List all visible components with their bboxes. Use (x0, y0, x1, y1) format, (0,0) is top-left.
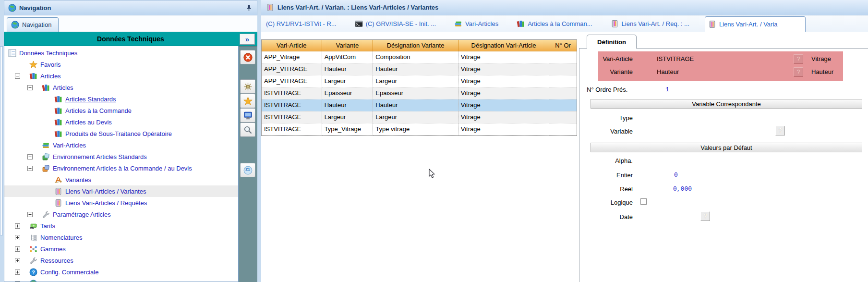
tab-definition[interactable]: Définition (587, 35, 637, 49)
table-cell[interactable]: Hauteur (373, 63, 458, 75)
tab-navigation[interactable]: Navigation (7, 17, 59, 32)
tree-item-environnement-articles-standards[interactable]: Environnement Articles Standards (4, 151, 238, 162)
ordre-value[interactable]: 1 (665, 86, 669, 93)
table-cell[interactable]: Largeur (373, 111, 458, 123)
expand-icon[interactable] (15, 270, 20, 275)
tab-liens-vari-art-req[interactable]: Liens Vari-Art. / Req. : ... (608, 16, 692, 31)
tree-item-produits-de-sous-traitance-op-ratoire[interactable]: Produits de Sous-Traitance Opératoire (4, 128, 238, 139)
close-panel-button[interactable] (240, 50, 255, 64)
tree-item-tarifs[interactable]: Tarifs (4, 220, 238, 232)
column-header-d-signation-vari-article[interactable]: Désignation Vari-Article (458, 40, 549, 51)
table-cell[interactable]: APP_VITRAGE (262, 63, 322, 75)
table-cell[interactable] (549, 87, 577, 99)
tree-item-liens-vari-articles-variantes[interactable]: Liens Vari-Articles / Variantes (4, 185, 238, 197)
table-cell[interactable]: ISTVITRAGE (262, 123, 322, 135)
column-header-vari-article[interactable]: Vari-Article (262, 40, 322, 51)
table-row[interactable]: ISTVITRAGEType_VitrageType vitrageVitrag… (262, 123, 577, 135)
table-cell[interactable]: Hauteur (373, 99, 458, 111)
table-cell[interactable]: Epaisseur (373, 87, 458, 99)
table-cell[interactable]: Type vitrage (373, 123, 458, 135)
table-cell[interactable]: ISTVITRAGE (262, 111, 322, 123)
collapse-icon[interactable] (27, 166, 33, 171)
table-cell[interactable]: Vitrage (458, 51, 549, 63)
table-cell[interactable]: APP_Vitrage (262, 51, 322, 63)
expand-icon[interactable] (15, 246, 20, 252)
tree-item-articles[interactable]: Articles (4, 70, 238, 82)
table-row[interactable]: ISTVITRAGELargeurLargeurVitrage (262, 111, 577, 123)
table-row[interactable]: APP_VITRAGEHauteurHauteurVitrage (262, 63, 577, 75)
expand-icon[interactable] (15, 223, 20, 229)
table-cell[interactable] (549, 75, 577, 87)
collapse-icon[interactable] (27, 85, 33, 90)
tab-c-rv1-rv1-istvit-r[interactable]: (C) RV1/RV1-ISTVit - R... (263, 16, 339, 31)
tree-item-liens-vari-articles-requ-tes[interactable]: Liens Vari-Articles / Requêtes (4, 197, 238, 208)
tree-item-articles-la-commande[interactable]: Articles à la Commande (4, 105, 238, 116)
tree-item-environnement-articles-la-commande-au-devis[interactable]: Environnement Articles à la Commande / a… (4, 162, 238, 174)
favorites-button[interactable] (240, 94, 255, 108)
table-cell[interactable]: APP_VITRAGE (262, 75, 322, 87)
table-cell[interactable] (549, 123, 577, 135)
tree-item-vari-articles[interactable]: Vari-Articles (4, 139, 238, 151)
table-cell[interactable]: Vitrage (458, 87, 549, 99)
table-cell[interactable]: Vitrage (458, 75, 549, 87)
tree-item-articles-standards[interactable]: Articles Standards (4, 93, 238, 105)
table-cell[interactable]: Largeur (322, 111, 374, 123)
column-header-variante[interactable]: Variante (322, 40, 374, 51)
tab-vari-articles[interactable]: Vari-Articles (451, 16, 501, 31)
expand-icon[interactable] (27, 154, 33, 159)
table-cell[interactable]: Type_Vitrage (322, 123, 374, 135)
reel-value[interactable]: 0,000 (673, 185, 692, 193)
vari-article-lookup-button[interactable]: ? (794, 54, 803, 64)
table-cell[interactable]: Hauteur (322, 63, 374, 75)
table-cell[interactable]: Epaisseur (322, 87, 374, 99)
search-button[interactable] (240, 123, 255, 137)
expand-icon[interactable] (15, 258, 20, 263)
table-cell[interactable]: AppVitCom (322, 51, 374, 63)
tree-item-variantes[interactable]: Variantes (4, 174, 238, 185)
tree-item-ressources[interactable]: Ressources (4, 255, 238, 266)
table-cell[interactable]: Vitrage (458, 111, 549, 123)
tab-articles-la-comman[interactable]: Articles à la Comman... (514, 16, 595, 31)
tree-item-config-commerciale[interactable]: ?Config. Commerciale (4, 266, 238, 278)
date-picker-button[interactable]: ? (700, 211, 710, 221)
collapse-panel-button[interactable]: » (240, 34, 255, 45)
table-cell[interactable]: ISTVITRAGE (262, 99, 322, 111)
zoom-level-button[interactable]: Z1 (240, 163, 255, 177)
expand-icon[interactable] (27, 212, 33, 217)
tab-c-grv-isia-se-init[interactable]: (C) GRV/ISIA-SE - Init. ... (352, 16, 439, 31)
table-cell[interactable] (549, 111, 577, 123)
column-header-d-signation-variante[interactable]: Désignation Variante (373, 40, 458, 51)
collapse-icon[interactable] (15, 74, 20, 79)
settings-button[interactable] (240, 79, 255, 94)
table-row[interactable]: ISTVITRAGEHauteurHauteurVitrage (262, 99, 577, 111)
table-cell[interactable]: Vitrage (458, 63, 549, 75)
table-row[interactable]: APP_VITRAGELargeurLargeurVitrage (262, 75, 577, 87)
table-cell[interactable]: ISTVITRAGE (262, 87, 322, 99)
tree-item-articles-au-devis[interactable]: Articles au Devis (4, 116, 238, 128)
table-cell[interactable]: Largeur (373, 75, 458, 87)
logique-checkbox[interactable] (640, 198, 647, 205)
tree-item-item[interactable] (4, 278, 238, 282)
tree-item-nomenclatures[interactable]: Nomenclatures (4, 232, 238, 243)
table-cell[interactable] (549, 99, 577, 111)
table-cell[interactable] (549, 51, 577, 63)
table-row[interactable]: APP_VitrageAppVitComCompositionVitrage (262, 51, 577, 63)
tree-item-param-trage-articles[interactable]: Paramétrage Articles (4, 208, 238, 220)
entier-value[interactable]: 0 (674, 172, 678, 179)
column-header-n-or[interactable]: N° Or (549, 40, 577, 51)
table-cell[interactable]: Hauteur (322, 99, 374, 111)
table-cell[interactable]: Largeur (322, 75, 374, 87)
collapsed-splitter[interactable] (0, 46, 3, 235)
vari-article-value[interactable]: ISTVITRAGE (657, 55, 694, 62)
pin-icon[interactable] (245, 4, 253, 12)
tab-liens-vari-art-varia[interactable]: Liens Vari-Art. / Varia (705, 16, 806, 32)
tree-item-donn-es-techniques[interactable]: Données Techniques (4, 47, 238, 59)
expand-icon[interactable] (15, 235, 20, 240)
variante-value[interactable]: Hauteur (657, 68, 679, 75)
tree-item-favoris[interactable]: Favoris (4, 59, 238, 70)
tree-item-articles[interactable]: Articles (4, 82, 238, 93)
tree-item-gammes[interactable]: Gammes (4, 243, 238, 255)
table-cell[interactable]: Vitrage (458, 99, 549, 111)
table-cell[interactable] (549, 63, 577, 75)
workstation-button[interactable] (240, 108, 255, 123)
